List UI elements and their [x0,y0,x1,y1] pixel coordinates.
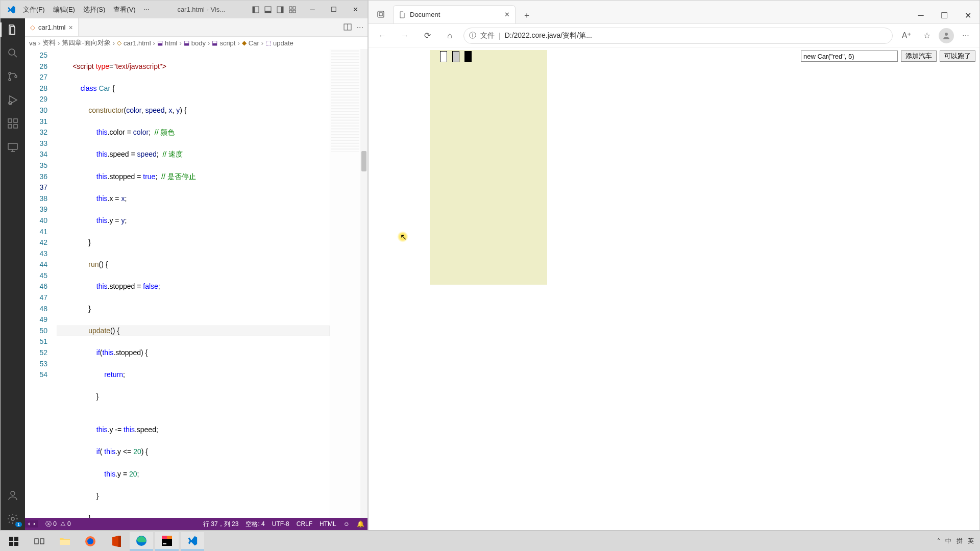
ime-indicator[interactable]: 中 [945,537,951,545]
refresh-icon[interactable]: ⟳ [419,27,436,44]
vertical-scrollbar[interactable] [360,49,368,518]
more-menu-icon[interactable]: ··· [957,27,974,44]
breadcrumb-seg[interactable]: update [273,39,293,47]
tab-close-icon[interactable]: × [68,23,72,32]
search-icon[interactable] [6,46,20,60]
svg-point-21 [11,517,14,520]
code-editor[interactable]: <script type="text/javascript"> class Ca… [57,49,330,518]
window-minimize-icon[interactable]: ─ [302,2,323,17]
layout-sidebar-left-icon[interactable] [250,4,261,15]
svg-rect-17 [14,124,17,128]
favorites-icon[interactable]: ☆ [918,27,936,44]
accounts-icon[interactable] [6,488,20,503]
breadcrumb-seg[interactable]: body [191,39,206,47]
window-close-icon[interactable]: ✕ [345,2,365,17]
car-input[interactable] [801,51,898,62]
extensions-icon[interactable] [6,116,20,131]
office-icon[interactable] [104,532,128,550]
svg-point-20 [11,491,15,495]
breadcrumb-seg[interactable]: 第四章-面向对象 [62,38,110,47]
source-control-icon[interactable] [6,69,20,84]
start-button-icon[interactable] [2,532,26,550]
svg-point-25 [945,33,948,36]
status-cursor-position[interactable]: 行 37，列 23 [203,520,238,529]
status-eol[interactable]: CRLF [297,520,312,528]
window-maximize-icon[interactable]: ☐ [324,2,344,17]
symbol-icon: ⬓ [184,39,189,46]
firefox-icon[interactable] [79,532,102,550]
back-icon[interactable]: ← [374,27,391,44]
window-maximize-icon[interactable]: ☐ [933,7,956,23]
svg-rect-16 [8,124,12,128]
status-problems[interactable]: ⓧ 0 ⚠ 0 [45,520,71,529]
info-icon[interactable]: ⓘ [469,31,476,40]
minimap[interactable] [330,49,360,518]
breadcrumb-seg[interactable]: Car [249,39,259,47]
editor-tabs: ◇ car1.html × ··· [25,18,368,37]
add-car-button[interactable]: 添加汽车 [901,51,937,62]
layout-sidebar-right-icon[interactable] [275,4,286,15]
explorer-icon[interactable] [6,22,20,37]
svg-rect-5 [281,7,283,13]
status-encoding[interactable]: UTF-8 [272,520,289,528]
menu-more[interactable]: ··· [141,3,153,16]
url-text: D:/2022.core.java/资料/第... [505,31,592,40]
profile-avatar-icon[interactable] [939,28,954,43]
intellij-icon[interactable] [155,532,179,550]
vscode-window: 文件(F) 编辑(E) 选择(S) 查看(V) ··· car1.html - … [0,0,368,531]
url-protocol: 文件 [480,31,495,40]
status-language[interactable]: HTML [320,520,336,528]
status-feedback-icon[interactable]: ☺ [344,520,350,528]
run-button[interactable]: 可以跑了 [940,51,975,62]
menu-file[interactable]: 文件(F) [20,3,48,16]
browser-toolbar: ← → ⟳ ⌂ ⓘ 文件 | D:/2022.core.java/资料/第...… [369,24,979,47]
menu-view[interactable]: 查看(V) [110,3,138,16]
breadcrumb-seg[interactable]: va [29,39,36,47]
ime-indicator[interactable]: 英 [968,537,974,545]
svg-rect-28 [9,542,13,546]
status-indent[interactable]: 空格: 4 [246,520,264,529]
breadcrumb-seg[interactable]: html [165,39,178,47]
car-rect [452,51,459,62]
new-tab-icon[interactable]: ＋ [519,7,535,23]
menu-edit[interactable]: 编辑(E) [50,3,78,16]
ime-indicator[interactable]: 拼 [957,537,963,545]
tab-car1-html[interactable]: ◇ car1.html × [25,18,79,36]
p5-canvas[interactable] [430,50,547,285]
tab-close-icon[interactable]: ✕ [504,11,510,18]
task-view-icon[interactable] [28,532,51,550]
read-aloud-icon[interactable]: A⁺ [898,27,915,44]
layout-customize-icon[interactable] [287,4,298,15]
split-editor-icon[interactable] [344,23,352,32]
svg-rect-24 [379,13,382,16]
forward-icon[interactable]: → [396,27,413,44]
settings-gear-icon[interactable] [6,512,20,526]
tray-chevron-icon[interactable]: ˄ [937,538,940,545]
breadcrumbs[interactable]: va› 资料› 第四章-面向对象› ◇ car1.html› ⬓ html› ⬓… [25,37,368,49]
file-explorer-icon[interactable] [53,532,77,550]
svg-rect-8 [289,10,292,13]
tab-actions-icon[interactable] [372,5,390,23]
window-close-icon[interactable]: ✕ [956,7,979,23]
breadcrumb-seg[interactable]: 资料 [42,38,56,47]
browser-tab[interactable]: Document ✕ [393,5,516,23]
breadcrumb-seg[interactable]: script [219,39,235,47]
breadcrumb-seg[interactable]: car1.html [124,39,151,47]
symbol-icon: ⬓ [212,39,217,46]
remote-indicator-icon[interactable] [25,520,38,528]
remote-explorer-icon[interactable] [6,140,20,154]
window-minimize-icon[interactable]: ─ [909,7,933,23]
address-bar[interactable]: ⓘ 文件 | D:/2022.core.java/资料/第... [463,28,893,44]
svg-rect-34 [118,536,121,547]
more-actions-icon[interactable]: ··· [357,23,363,32]
method-icon: ⬚ [265,39,271,46]
layout-panel-icon[interactable] [262,4,274,15]
status-bell-icon[interactable]: 🔔 [357,520,364,528]
svg-rect-1 [253,7,255,13]
edge-icon[interactable] [130,532,153,550]
vscode-taskbar-icon[interactable] [181,532,204,550]
menu-select[interactable]: 选择(S) [80,3,108,16]
home-icon[interactable]: ⌂ [441,27,458,44]
run-debug-icon[interactable] [6,93,20,107]
line-number-gutter[interactable]: 2526272829303132333435363738394041424344… [25,49,57,518]
